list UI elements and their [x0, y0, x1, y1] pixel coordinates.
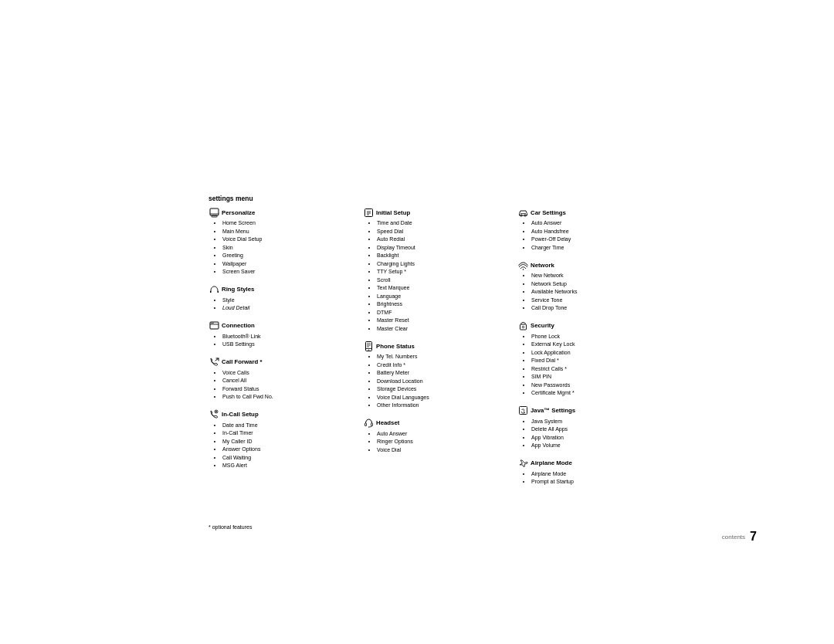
- section-items-airplane-mode: Airplane Mode Prompt at Startup: [517, 470, 664, 486]
- column-3: Car Settings Auto Answer Auto Handsfree …: [517, 207, 672, 494]
- list-item: Scroll: [377, 276, 510, 285]
- list-item: External Key Lock: [531, 341, 664, 349]
- section-header-java-settings: Java™ Settings: [517, 405, 664, 416]
- svg-rect-11: [364, 208, 372, 216]
- section-personalize: Personalize Home Screen Main Menu Voice …: [208, 207, 355, 276]
- list-item: Airplane Mode: [531, 470, 664, 479]
- section-title-java-settings: Java™ Settings: [531, 407, 575, 414]
- section-header-call-forward: Call Forward *: [208, 357, 355, 368]
- list-item: Power-Off Delay: [531, 236, 664, 244]
- list-item: Voice Calls: [222, 369, 355, 378]
- list-item: Skin: [222, 244, 355, 253]
- list-item: Java System: [531, 418, 664, 426]
- list-item: Push to Call Fwd No.: [222, 393, 355, 402]
- list-item: Credit Info *: [377, 361, 510, 370]
- section-java-settings: Java™ Settings Java System Delete All Ap…: [517, 405, 664, 450]
- list-item: Brightness: [377, 300, 510, 309]
- section-header-car-settings: Car Settings: [517, 207, 664, 218]
- section-items-connection: Bluetooth® Link USB Settings: [208, 333, 355, 349]
- section-ring-styles: Ring Styles Style Loud Detail: [208, 284, 355, 313]
- list-item: USB Settings: [222, 341, 355, 349]
- section-header-security: Security: [517, 320, 664, 331]
- network-icon: [517, 259, 528, 270]
- list-item: Main Menu: [222, 228, 355, 236]
- section-title-car-settings: Car Settings: [531, 209, 566, 216]
- list-item: Restrict Calls *: [531, 365, 664, 374]
- section-header-network: Network: [517, 259, 664, 270]
- section-title-in-call-setup: In-Call Setup: [222, 411, 259, 418]
- list-item: Charger Time: [531, 244, 664, 253]
- list-item: Charging Lights: [377, 260, 510, 269]
- section-title-connection: Connection: [222, 322, 255, 329]
- section-items-personalize: Home Screen Main Menu Voice Dial Setup S…: [208, 219, 355, 276]
- section-items-call-forward: Voice Calls Cancel All Forward Status Pu…: [208, 369, 355, 402]
- section-title-airplane-mode: Airplane Mode: [531, 459, 572, 466]
- section-headset: Headset Auto Answer Ringer Options Voice…: [363, 418, 510, 455]
- svg-rect-0: [210, 208, 219, 215]
- list-item: Prompt at Startup: [531, 478, 664, 486]
- section-header-airplane-mode: Airplane Mode: [517, 458, 664, 469]
- section-title-security: Security: [531, 322, 554, 329]
- svg-rect-22: [371, 423, 372, 426]
- list-item: Fixed Dial *: [531, 357, 664, 365]
- list-item: New Network: [531, 272, 664, 280]
- list-item: Time and Date: [377, 219, 510, 228]
- section-items-security: Phone Lock External Key Lock Lock Applic…: [517, 333, 664, 398]
- section-title-personalize: Personalize: [222, 209, 255, 216]
- section-title-phone-status: Phone Status: [376, 343, 415, 350]
- section-header-personalize: Personalize: [208, 207, 355, 218]
- section-title-call-forward: Call Forward *: [222, 358, 262, 365]
- security-icon: [517, 320, 528, 331]
- list-item: Auto Handsfree: [531, 228, 664, 236]
- footer-page-number: 7: [750, 530, 757, 544]
- section-header-headset: Headset: [363, 418, 510, 429]
- list-item: Voice Dial Setup: [222, 236, 355, 244]
- section-items-network: New Network Network Setup Available Netw…: [517, 272, 664, 313]
- phone-status-icon: [363, 341, 374, 351]
- section-phone-status: Phone Status My Tel. Numbers Credit Info…: [363, 341, 510, 410]
- section-title-initial-setup: Initial Setup: [376, 209, 410, 216]
- in-call-setup-icon: [208, 409, 219, 420]
- list-item: Wallpaper: [222, 260, 355, 269]
- list-item: Loud Detail: [222, 304, 355, 313]
- list-item: Service Tone: [531, 297, 664, 305]
- section-items-car-settings: Auto Answer Auto Handsfree Power-Off Del…: [517, 219, 664, 252]
- list-item: Backlight: [377, 252, 510, 260]
- list-item: Forward Status: [222, 385, 355, 394]
- section-title-ring-styles: Ring Styles: [222, 286, 254, 293]
- list-item: Other Information: [377, 402, 510, 410]
- call-forward-icon: [208, 357, 219, 368]
- list-item: New Passwords: [531, 381, 664, 390]
- list-item: TTY Setup *: [377, 268, 510, 276]
- list-item: Auto Answer: [531, 219, 664, 228]
- list-item: MSG Alert: [222, 462, 355, 470]
- columns-wrapper: Personalize Home Screen Main Menu Voice …: [208, 207, 672, 494]
- section-initial-setup: Initial Setup Time and Date Speed Dial A…: [363, 207, 510, 333]
- section-items-ring-styles: Style Loud Detail: [208, 297, 355, 313]
- ring-styles-icon: [208, 284, 219, 295]
- svg-point-5: [211, 323, 212, 324]
- svg-rect-28: [520, 324, 526, 330]
- airplane-mode-icon: [517, 458, 528, 469]
- section-items-java-settings: Java System Delete All Apps App Vibratio…: [517, 418, 664, 450]
- list-item: Screen Saver: [222, 268, 355, 276]
- list-item: Available Networks: [531, 288, 664, 297]
- section-in-call-setup: In-Call Setup Date and Time In-Call Time…: [208, 409, 355, 470]
- java-settings-icon: [517, 405, 528, 416]
- section-title-headset: Headset: [376, 419, 399, 426]
- section-header-phone-status: Phone Status: [363, 341, 510, 351]
- footer-contents-label: contents: [722, 534, 745, 541]
- list-item: Cancel All: [222, 377, 355, 385]
- section-car-settings: Car Settings Auto Answer Auto Handsfree …: [517, 207, 664, 252]
- section-header-connection: Connection: [208, 320, 355, 331]
- section-network: Network New Network Network Setup Availa…: [517, 259, 664, 313]
- section-header-initial-setup: Initial Setup: [363, 207, 510, 218]
- section-items-phone-status: My Tel. Numbers Credit Info * Battery Me…: [363, 353, 510, 410]
- list-item: Auto Redial: [377, 236, 510, 244]
- column-2: Initial Setup Time and Date Speed Dial A…: [363, 207, 517, 494]
- list-item: Greeting: [222, 252, 355, 260]
- section-airplane-mode: Airplane Mode Airplane Mode Prompt at St…: [517, 458, 664, 486]
- list-item: Network Setup: [531, 280, 664, 289]
- footer-note: * optional features: [208, 524, 252, 530]
- car-settings-icon: [517, 207, 528, 218]
